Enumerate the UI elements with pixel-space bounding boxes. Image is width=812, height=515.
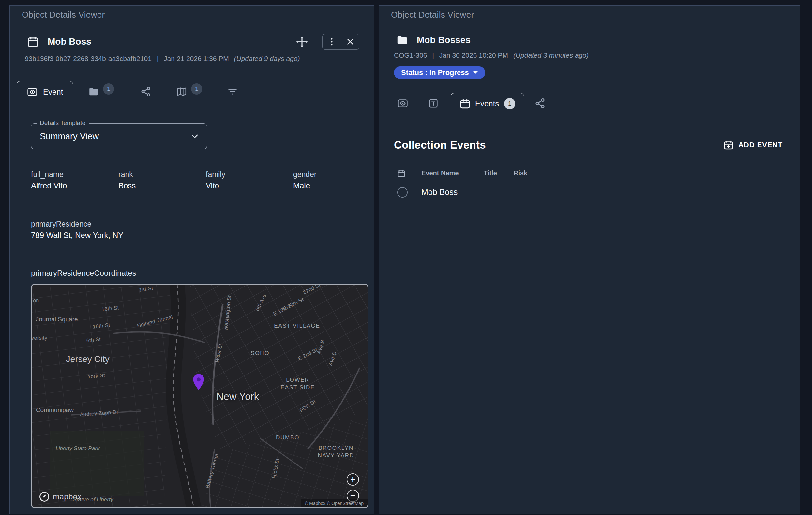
object-datetime: Jan 21 2026 1:36 PM (164, 55, 229, 62)
object-title: Mob Bosses (417, 35, 470, 45)
kebab-menu-button[interactable] (322, 34, 341, 49)
object-meta: COG1-306 | Jan 30 2026 10:20 PM (Updated… (379, 52, 800, 59)
network-icon (534, 98, 546, 109)
tab-filter[interactable] (222, 81, 243, 102)
map-marker[interactable] (192, 373, 205, 391)
map-label: iversity (31, 335, 47, 341)
object-updated: (Updated 9 days ago) (234, 55, 300, 62)
map-label: Communipaw (36, 406, 74, 414)
map-label: Hicks St (271, 458, 281, 479)
object-updated: (Updated 3 minutes ago) (513, 52, 589, 59)
field-primary-residence: primaryResidence 789 Wall St, New York, … (31, 218, 366, 241)
collections-count-badge: 1 (103, 84, 114, 94)
map-label: Journal Square (36, 316, 78, 323)
meta-separator: | (432, 52, 434, 59)
tab-annotation[interactable] (423, 93, 444, 114)
map-label: Ave B (316, 339, 326, 355)
tab-event[interactable]: Event (17, 81, 73, 102)
close-button[interactable] (341, 34, 359, 49)
map-label: Liberty State Park (55, 445, 99, 452)
status-label: Status : In Progress (401, 68, 469, 77)
map-label: 10th St (92, 322, 110, 330)
map-label: EAST VILLAGE (274, 323, 320, 329)
tab-map[interactable]: 1 (171, 81, 207, 102)
tab-events[interactable]: Events 1 (451, 93, 524, 114)
field-value: 789 Wall St, New York, NY (31, 230, 366, 241)
object-details-panel-left: Object Details Viewer Mob Boss 9 (9, 5, 374, 514)
map-label: 16th St (101, 305, 119, 312)
events-count-badge: 1 (504, 98, 515, 109)
map-label: New York (216, 391, 259, 402)
map-label: LOWER (286, 377, 309, 383)
map-label: York St (87, 372, 105, 380)
panel-title: Object Details Viewer (391, 10, 474, 20)
section-heading: Collection Events (394, 139, 486, 151)
map-label: DUMBO (276, 434, 299, 441)
meta-separator: | (157, 55, 158, 62)
table-row[interactable]: Mob Boss — — (379, 181, 783, 203)
field-label: rank (118, 169, 206, 180)
folder-icon (88, 86, 99, 97)
tab-relationships[interactable] (529, 93, 551, 114)
field-gender: gender Male (293, 169, 381, 192)
collection-events-table: Event Name Title Risk Mob Boss — — (379, 165, 800, 203)
map-label: EAST SIDE (281, 384, 315, 391)
panel-title: Object Details Viewer (22, 10, 105, 20)
map-label: BROOKLYN (318, 445, 353, 451)
app-stage: Object Details Viewer Mob Boss 9 (0, 0, 812, 515)
map-attribution[interactable]: © Mapbox © OpenStreetMap (301, 499, 368, 507)
tab-preview[interactable] (392, 93, 413, 114)
object-title: Mob Boss (48, 36, 91, 47)
chevron-down-icon (191, 134, 198, 139)
network-icon (140, 86, 151, 97)
zoom-in-button[interactable]: + (347, 473, 359, 486)
mapbox-logo[interactable]: mapbox (39, 491, 82, 502)
title-row: Mob Boss (10, 34, 374, 50)
object-id: 93b136f3-0b27-2268-334b-aa3cbafb2101 (25, 55, 152, 62)
map-label: Holland Tunnel (136, 314, 173, 329)
preview-eye-icon (397, 98, 408, 109)
preview-eye-icon (27, 86, 38, 97)
details-template-select[interactable]: Details Template Summary View (31, 123, 207, 149)
cell-risk: — (514, 188, 783, 197)
collection-events-header: Collection Events ADD EVENT (379, 139, 800, 151)
details-template-value: Summary View (40, 131, 99, 142)
panel-header: Object Details Viewer (10, 5, 374, 24)
row-select-radio[interactable] (397, 187, 408, 198)
tab-relationships[interactable] (135, 81, 156, 102)
map-label: E 2nd St (297, 347, 319, 362)
field-value: Alfred Vito (31, 180, 118, 192)
map-labels: on1st St16th St10th St6th StiversityJour… (32, 284, 368, 507)
coordinates-field-label: primaryResidenceCoordinates (31, 269, 366, 278)
move-icon[interactable] (295, 35, 309, 48)
calendar-icon (397, 169, 406, 178)
map-label: Washington St (223, 295, 232, 331)
object-details-panel-right: Object Details Viewer Mob Bosses COG1-30… (379, 5, 800, 514)
residence-map[interactable]: on1st St16th St10th St6th StiversityJour… (31, 283, 369, 508)
panel-header: Object Details Viewer (379, 5, 800, 24)
col-title: Title (484, 170, 514, 177)
field-family: family Vito (206, 169, 293, 192)
map-label: E 12th St (272, 302, 295, 317)
field-label: primaryResidence (31, 218, 366, 230)
calendar-plus-icon (723, 140, 734, 150)
map-label: FDR Dr (298, 398, 317, 413)
field-label: family (206, 169, 293, 180)
map-label: SOHO (251, 350, 269, 357)
map-label: West St (214, 343, 224, 363)
filter-icon (227, 86, 238, 97)
mapbox-logo-text: mapbox (53, 492, 82, 501)
tab-event-label: Event (43, 87, 63, 96)
event-tab-content: Details Template Summary View full_name … (10, 123, 374, 508)
tab-collections[interactable]: 1 (83, 81, 119, 102)
map-label: 6th Ave (254, 293, 267, 312)
title-row: Mob Bosses (379, 34, 800, 46)
field-label: full_name (31, 169, 118, 180)
calendar-icon (460, 98, 470, 109)
add-event-button[interactable]: ADD EVENT (723, 140, 783, 150)
map-label: Battery Tunnel (204, 453, 220, 489)
left-tab-bar: Event 1 1 (10, 81, 374, 102)
caret-down-icon (473, 71, 478, 74)
status-dropdown[interactable]: Status : In Progress (394, 66, 485, 79)
table-header-row: Event Name Title Risk (379, 165, 783, 181)
